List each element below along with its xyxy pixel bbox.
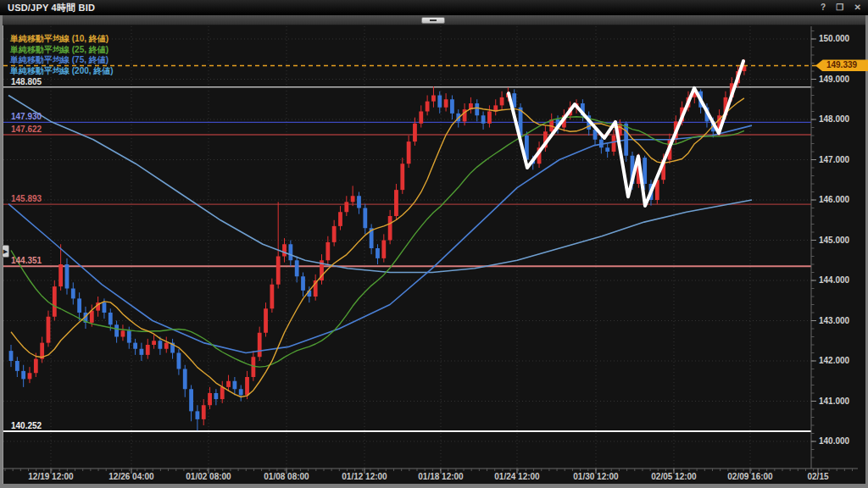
candle-body xyxy=(643,158,647,184)
candle-body xyxy=(394,190,398,216)
candle-body xyxy=(381,241,386,258)
candle-body xyxy=(202,405,206,419)
candle-body xyxy=(196,411,200,419)
candle-body xyxy=(413,124,417,141)
candle-body xyxy=(9,351,14,361)
toolbar-strip xyxy=(3,15,865,25)
candle-body xyxy=(270,285,274,309)
titlebar[interactable]: USD/JPY 4時間 BID ? ❐ ✕ xyxy=(0,0,868,15)
candle-body xyxy=(177,353,181,369)
candle-body xyxy=(363,208,367,229)
candle-body xyxy=(612,136,616,152)
candle-body xyxy=(437,96,442,108)
candle-body xyxy=(400,164,404,190)
candle-body xyxy=(407,141,411,164)
candle-body xyxy=(239,389,243,395)
candle-body xyxy=(245,377,249,395)
candle-body xyxy=(77,298,81,313)
window-title: USD/JPY 4時間 BID xyxy=(8,3,95,13)
candle-body xyxy=(332,226,337,242)
maximize-icon[interactable]: ❐ xyxy=(836,0,843,15)
candle-body xyxy=(71,289,75,299)
candle-body xyxy=(500,97,504,106)
candle-body xyxy=(183,369,187,390)
candle-body xyxy=(388,216,392,241)
candle-body xyxy=(605,147,609,152)
candle-body xyxy=(288,244,292,260)
candle-body xyxy=(34,359,38,374)
candle-body xyxy=(208,393,212,405)
trading-chart-window: USD/JPY 4時間 BID ? ❐ ✕ ▶ 単純移動平均線 (10, 終値)… xyxy=(0,0,868,488)
candle-body xyxy=(220,387,225,399)
candle-body xyxy=(426,102,430,112)
candle-body xyxy=(376,248,380,258)
candle-body xyxy=(108,313,113,324)
grid-lines xyxy=(3,26,811,469)
candle-body xyxy=(450,99,454,114)
toolbar-collapse-button[interactable] xyxy=(421,17,445,24)
candle-body xyxy=(481,115,486,124)
panel-collapse-handle[interactable]: ▶ xyxy=(2,245,9,258)
candle-body xyxy=(232,381,236,390)
candle-body xyxy=(295,260,299,276)
candle-body xyxy=(53,286,57,317)
candle-body xyxy=(487,112,492,124)
candle-body xyxy=(357,196,361,208)
candle-body xyxy=(226,381,231,387)
collapse-handle-icon xyxy=(430,19,437,21)
candle-body xyxy=(251,357,255,377)
candle-body xyxy=(326,242,330,260)
candle-body xyxy=(152,341,156,345)
candlesticks xyxy=(9,59,747,430)
candle-body xyxy=(127,330,131,342)
candle-body xyxy=(21,371,25,380)
candle-body xyxy=(475,103,479,115)
candle-body xyxy=(214,393,218,399)
candle-body xyxy=(344,202,348,212)
candle-body xyxy=(15,361,19,371)
candle-body xyxy=(264,308,268,333)
candle-body xyxy=(121,330,125,336)
sma-25-line xyxy=(11,117,744,367)
candle-body xyxy=(47,317,51,343)
candle-body xyxy=(159,341,163,349)
candle-body xyxy=(444,99,448,108)
candle-body xyxy=(114,324,119,336)
close-icon[interactable]: ✕ xyxy=(854,0,861,15)
candle-body xyxy=(164,343,169,349)
help-icon[interactable]: ? xyxy=(821,0,826,15)
candle-body xyxy=(419,112,423,124)
candle-body xyxy=(28,373,32,379)
candle-body xyxy=(140,349,144,355)
candle-body xyxy=(282,244,287,256)
candle-body xyxy=(103,302,107,313)
candle-body xyxy=(133,343,137,349)
candle-body xyxy=(189,389,193,411)
candle-body xyxy=(431,96,436,102)
candle-body xyxy=(146,345,150,355)
candle-body xyxy=(301,276,305,291)
candle-body xyxy=(58,264,63,286)
candle-body xyxy=(351,196,355,202)
window-controls: ? ❐ ✕ xyxy=(821,0,861,15)
chart-canvas[interactable] xyxy=(0,0,868,488)
candle-body xyxy=(338,212,342,226)
candle-body xyxy=(258,333,262,358)
candle-body xyxy=(65,264,70,289)
candle-body xyxy=(276,257,281,285)
